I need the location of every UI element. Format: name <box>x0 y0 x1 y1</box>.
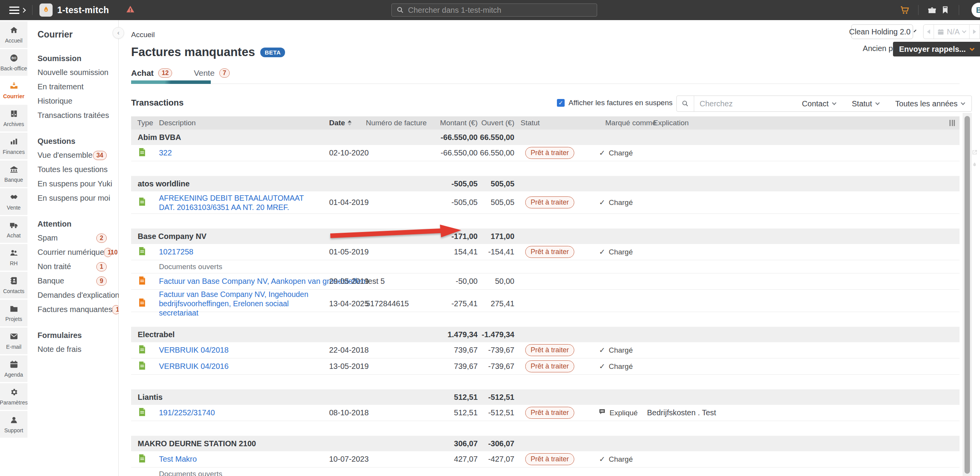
addressbook-icon <box>10 276 18 287</box>
rail-item-contacts[interactable]: Contacts <box>0 272 27 299</box>
group-ouvert-total: -1.479,34 <box>478 330 514 339</box>
sidebar-item-transactions-trait-es[interactable]: Transactions traitées <box>38 108 118 123</box>
global-search-input[interactable] <box>408 6 592 15</box>
bookmark-icon[interactable] <box>939 5 952 15</box>
user-avatar[interactable]: B <box>971 3 980 17</box>
rail-item-back-office[interactable]: BOBack-office <box>0 49 27 76</box>
sidebar-item-spam[interactable]: Spam2 <box>38 231 118 245</box>
column-header-date[interactable]: Date <box>323 119 360 127</box>
sidebar-item-historique[interactable]: Historique <box>38 94 118 108</box>
column-header-explication[interactable]: Explication <box>647 119 944 127</box>
group-montant-total: -66.550,00 <box>431 133 478 142</box>
sidebar-item-en-suspens-pour-yuki[interactable]: En suspens pour Yuki <box>38 177 118 191</box>
montant-cell: 512,51 <box>431 408 478 417</box>
rail-item-banque[interactable]: Banque <box>0 160 27 187</box>
sidebar-item-factures-manquantes[interactable]: Factures manquantes19 <box>38 302 118 317</box>
filter-dropdown-toutes-les-ann-es[interactable]: Toutes les années <box>895 99 965 108</box>
column-header-statut[interactable]: Statut <box>514 119 599 127</box>
pending-filter-checkbox[interactable]: ✓ <box>557 99 565 107</box>
description-link[interactable]: VERBRUIK 04/2018 <box>159 346 229 354</box>
date-cell: 13-05-2019 <box>323 362 360 371</box>
column-header-description[interactable]: Description <box>153 119 323 127</box>
description-cell: VERBRUIK 04/2016 <box>153 362 323 371</box>
transaction-row[interactable]: AFREKENING DEBIT BETAALAUTOMAAT DAT. 201… <box>131 191 960 214</box>
rail-item-agenda[interactable]: Agenda <box>0 355 27 382</box>
rail-item-e-mail[interactable]: E-mail <box>0 328 27 354</box>
period-next-button[interactable] <box>969 25 980 39</box>
rail-item-projets[interactable]: Projets <box>0 300 27 326</box>
transaction-row[interactable]: Test Makro10-07-2023427,07-427,07Prêt à … <box>131 451 960 467</box>
transaction-row[interactable]: VERBRUIK 04/201613-05-2019739,67-739,67P… <box>131 358 960 375</box>
cart-icon[interactable] <box>898 5 911 15</box>
column-header-type[interactable]: Type <box>131 119 153 127</box>
filter-dropdown-contact[interactable]: Contact <box>802 99 836 108</box>
transaction-row[interactable]: 32202-10-2020-66.550,0066.550,00Prêt à t… <box>131 145 960 161</box>
sidebar-item-nouvelle-soumission[interactable]: Nouvelle soumission <box>38 65 118 80</box>
sidebar-item-non-trait-[interactable]: Non traité1 <box>38 259 118 274</box>
sidebar-item-banque[interactable]: Banque9 <box>38 274 118 288</box>
sidebar-item-demandes-d-explications[interactable]: Demandes d'explications5 <box>38 288 118 302</box>
warning-icon[interactable] <box>125 5 135 15</box>
description-cell: AFREKENING DEBIT BETAALAUTOMAAT DAT. 201… <box>153 193 323 212</box>
description-link[interactable]: VERBRUIK 04/2016 <box>159 362 229 370</box>
company-selector-dropdown[interactable]: Clean Holding 2.0 <box>851 24 913 39</box>
backoffice-icon: BO <box>10 54 18 64</box>
menu-toggle-button[interactable] <box>9 7 25 14</box>
send-reminders-button[interactable]: Envoyer rappels... <box>893 42 980 56</box>
transaction-row[interactable]: VERBRUIK 04/201822-04-2018739,67-739,67P… <box>131 342 960 358</box>
filter-dropdown-statut[interactable]: Statut <box>852 99 879 108</box>
description-link[interactable]: AFREKENING DEBIT BETAALAUTOMAAT DAT. 201… <box>159 194 304 212</box>
scrollbar-thumb[interactable] <box>965 116 970 474</box>
period-prev-button[interactable] <box>924 25 934 39</box>
rail-item-vente[interactable]: Vente <box>0 188 27 215</box>
sidebar-item-toutes-les-questions[interactable]: Toutes les questions <box>38 162 118 177</box>
transaction-row[interactable]: 1021725801-05-2019154,41-154,41Prêt à tr… <box>131 244 960 260</box>
tab-vente[interactable]: Vente7 <box>194 66 230 84</box>
rail-item-param-tres[interactable]: Paramètres <box>0 383 27 410</box>
tab-achat[interactable]: Achat12 <box>131 66 172 84</box>
table-search-input[interactable] <box>694 99 802 108</box>
toolbox-icon[interactable] <box>925 5 939 15</box>
sidebar-collapse-button[interactable]: ‹ <box>113 27 124 39</box>
sidebar-item-courrier-num-rique[interactable]: Courrier numérique110 <box>38 245 118 259</box>
description-link[interactable]: 191/2252/31740 <box>159 408 215 417</box>
sidebar-item-vue-d-ensemble[interactable]: Vue d'ensemble34 <box>38 148 118 162</box>
transaction-row[interactable]: Factuur van Base Company NV, Ingehouden … <box>131 290 960 312</box>
sidebar-item-label: Demandes d'explications <box>38 288 123 302</box>
breadcrumb[interactable]: Accueil <box>131 31 155 39</box>
date-cell: 13-04-2025 <box>323 299 360 308</box>
rail-item-achat[interactable]: Achat <box>0 216 27 243</box>
group-header-row: Base Company NV-171,00171,00 <box>131 229 960 244</box>
period-dropdown[interactable]: N/A <box>934 25 969 39</box>
sidebar-item-note-de-frais[interactable]: Note de frais <box>38 342 118 357</box>
external-link-icon[interactable] <box>971 149 978 155</box>
rail-item-courrier[interactable]: Courrier <box>0 77 27 104</box>
rail-item-support[interactable]: Support <box>0 411 27 438</box>
column-header-montant-[interactable]: Montant (€) <box>431 119 478 127</box>
column-settings-icon[interactable] <box>944 120 960 126</box>
description-link[interactable]: Factuur van Base Company NV, Ingehouden … <box>159 290 308 317</box>
calendar-icon <box>10 360 18 370</box>
column-header-marqu-comme[interactable]: Marqué comme <box>599 119 647 127</box>
rail-item-finances[interactable]: Finances <box>0 133 27 159</box>
rail-item-accueil[interactable]: Accueil <box>0 21 27 48</box>
rail-item-archives[interactable]: Archives <box>0 105 27 131</box>
statut-badge: Prêt à traiter <box>525 453 574 465</box>
sidebar-item-en-suspens-pour-moi[interactable]: En suspens pour moi <box>38 191 118 205</box>
column-header-num-ro-de-facture[interactable]: Numéro de facture <box>360 119 431 127</box>
description-link[interactable]: Test Makro <box>159 455 197 463</box>
sidebar-item-en-traitement[interactable]: En traitement <box>38 80 118 94</box>
yuki-logo[interactable] <box>39 3 53 17</box>
filter-label: Statut <box>852 99 872 108</box>
column-header-ouvert-[interactable]: Ouvert (€) <box>478 119 514 127</box>
marked-as-cell: ✓Chargé <box>599 362 647 371</box>
description-link[interactable]: 10217258 <box>159 247 193 256</box>
rail-item-rh[interactable]: RH <box>0 244 27 271</box>
transaction-row[interactable]: Factuur van Base Company NV, Aankopen va… <box>131 273 960 290</box>
filter-label: Toutes les années <box>895 99 958 108</box>
statut-badge: Prêt à traiter <box>525 344 574 356</box>
drop-icon[interactable] <box>971 162 978 168</box>
marked-as-label: Chargé <box>609 198 633 207</box>
transaction-row[interactable]: 191/2252/3174008-10-2018512,51-512,51Prê… <box>131 405 960 421</box>
description-link[interactable]: 322 <box>159 148 172 157</box>
